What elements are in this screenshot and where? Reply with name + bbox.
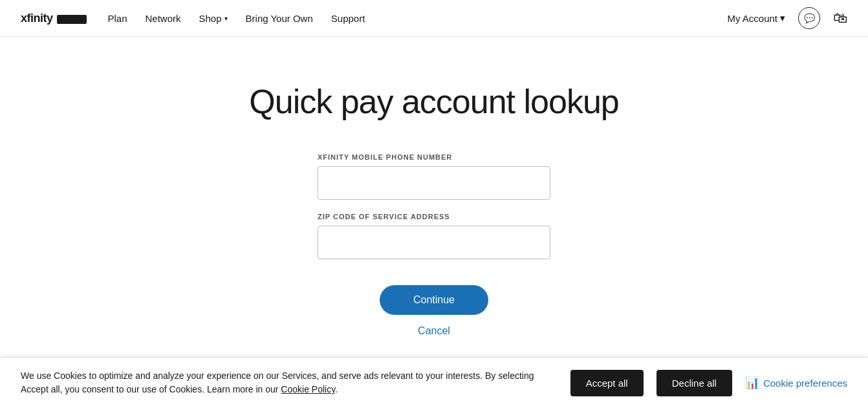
my-account-button[interactable]: My Account ▾	[727, 12, 785, 24]
cookie-banner: We use Cookies to optimize and analyze y…	[0, 357, 868, 408]
cookie-text: We use Cookies to optimize and analyze y…	[21, 369, 558, 396]
accept-all-button[interactable]: Accept all	[570, 370, 644, 396]
logo-text: xfinity mobile	[21, 12, 87, 25]
phone-input[interactable]	[318, 166, 550, 200]
continue-button[interactable]: Continue	[380, 285, 488, 315]
phone-label: XFINITY MOBILE PHONE NUMBER	[318, 153, 550, 161]
zip-label: ZIP CODE OF SERVICE ADDRESS	[318, 213, 550, 220]
nav-item-support[interactable]: Support	[331, 13, 365, 24]
site-header: xfinity mobile Plan Network Shop ▾ Bring…	[0, 0, 868, 37]
nav-item-plan[interactable]: Plan	[107, 13, 127, 24]
nav-item-shop[interactable]: Shop ▾	[199, 13, 228, 24]
shop-chevron-icon: ▾	[224, 15, 228, 22]
cookie-preferences-button[interactable]: 📊 Cookie preferences	[745, 376, 847, 390]
logo-mobile-badge: mobile	[57, 15, 87, 24]
cookie-policy-link[interactable]: Cookie Policy	[281, 384, 335, 394]
main-nav: Plan Network Shop ▾ Bring Your Own Suppo…	[107, 13, 727, 24]
chat-button[interactable]: 💬	[798, 7, 820, 29]
logo[interactable]: xfinity mobile	[21, 12, 87, 25]
cart-button[interactable]: 🛍	[833, 10, 847, 27]
nav-item-network[interactable]: Network	[146, 13, 181, 24]
decline-all-button[interactable]: Decline all	[656, 370, 732, 396]
cart-icon: 🛍	[833, 10, 847, 26]
sliders-icon: 📊	[745, 376, 759, 390]
zip-field-group: ZIP CODE OF SERVICE ADDRESS	[318, 213, 550, 259]
page-title: Quick pay account lookup	[249, 82, 618, 121]
zip-input[interactable]	[318, 226, 550, 259]
chat-icon: 💬	[804, 13, 815, 23]
quick-pay-form: XFINITY MOBILE PHONE NUMBER ZIP CODE OF …	[318, 153, 550, 337]
cancel-link[interactable]: Cancel	[418, 325, 450, 337]
phone-field-group: XFINITY MOBILE PHONE NUMBER	[318, 153, 550, 200]
nav-item-bring-your-own[interactable]: Bring Your Own	[246, 13, 313, 24]
header-right: My Account ▾ 💬 🛍	[727, 7, 847, 29]
my-account-chevron-icon: ▾	[780, 12, 785, 24]
main-content: Quick pay account lookup XFINITY MOBILE …	[0, 37, 868, 363]
